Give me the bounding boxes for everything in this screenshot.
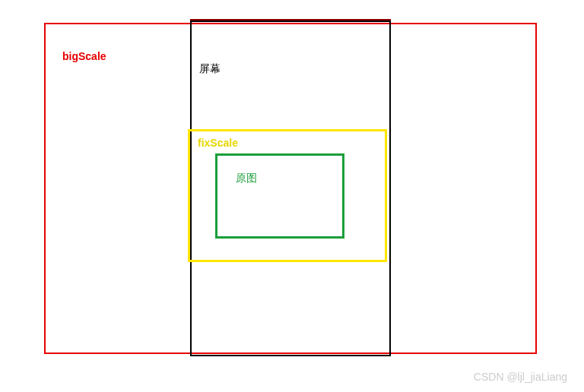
watermark: CSDN @ljl_jiaLiang	[474, 371, 567, 383]
big-scale-label: bigScale	[62, 50, 106, 62]
diagram-canvas: bigScale 屏幕 fixScale 原图 CSDN @ljl_jiaLia…	[0, 0, 584, 392]
fix-scale-label: fixScale	[198, 137, 238, 149]
original-rect	[215, 153, 344, 239]
screen-label: 屏幕	[199, 62, 221, 76]
original-label: 原图	[236, 172, 257, 185]
